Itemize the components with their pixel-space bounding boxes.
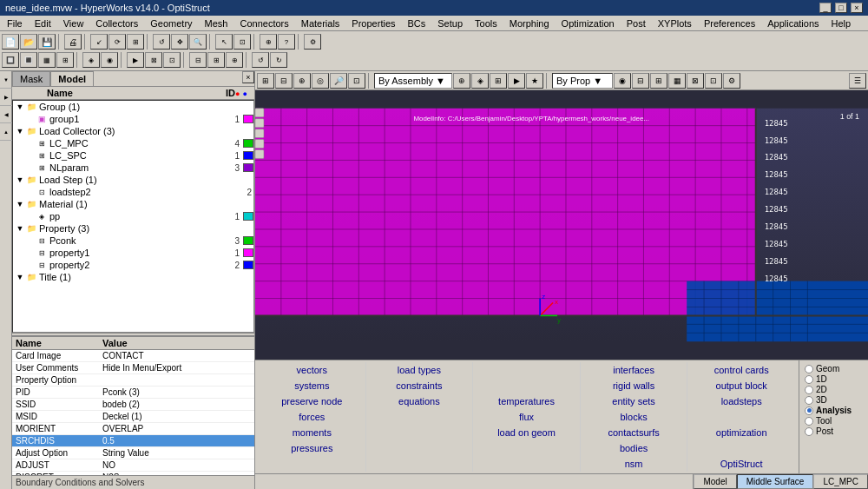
func-optimization[interactable]: optimization (687, 425, 795, 440)
tree-pp[interactable]: ◈ pp 1 (13, 210, 253, 222)
title-toggle[interactable]: ▼ (15, 273, 25, 281)
maximize-button[interactable]: □ (835, 3, 847, 13)
tree-group1[interactable]: ▣ group1 1 (13, 113, 253, 125)
tree-title-header[interactable]: ▼ 📁 Title (1) (13, 271, 253, 283)
menu-mesh[interactable]: Mesh (200, 17, 233, 30)
menu-tools[interactable]: Tools (470, 17, 503, 30)
tree-lc-mpc[interactable]: ⊞ LC_MPC 4 (13, 137, 253, 149)
tb2-btn-13[interactable]: ↺ (252, 52, 269, 68)
radio-post[interactable]: Post (805, 426, 863, 436)
menu-materials[interactable]: Materials (296, 17, 345, 30)
menu-bcs[interactable]: BCs (403, 17, 431, 30)
vt-btn-6[interactable]: ⊡ (348, 73, 365, 89)
func-optistruct[interactable]: OptiStruct (687, 456, 795, 472)
radio-3d[interactable]: 3D (805, 395, 863, 405)
menu-optimization[interactable]: Optimization (556, 17, 620, 30)
func-nsm[interactable]: nsm (581, 456, 687, 472)
menu-morphing[interactable]: Morphing (504, 17, 555, 30)
menu-applications[interactable]: Applications (762, 17, 824, 30)
menu-file[interactable]: File (2, 17, 28, 30)
byprop-dropdown[interactable]: By Prop ▼ (552, 73, 613, 89)
tree-lc-spc[interactable]: ⊞ LC_SPC 1 (13, 149, 253, 162)
prop-ssid[interactable]: SSID bodeb (2) (12, 399, 254, 411)
vt-btn-11[interactable]: ★ (526, 73, 543, 89)
mask-tab[interactable]: Mask (12, 71, 50, 86)
lt-btn-1[interactable]: ▼ (0, 71, 12, 89)
tree-loadstep2[interactable]: ⊡ loadstep2 2 (13, 186, 253, 198)
func-output-block[interactable]: output block (687, 378, 795, 393)
group-toggle[interactable]: ▼ (15, 102, 25, 111)
vt-btn-2[interactable]: ⊟ (275, 73, 293, 89)
vt-btn-17[interactable]: ⊡ (705, 73, 722, 89)
tree-pconk[interactable]: ⊟ Pconk 3 (13, 235, 253, 247)
tb2-btn-7[interactable]: ▶ (127, 52, 144, 68)
vt-btn-9[interactable]: ⊞ (490, 73, 507, 89)
menu-xyplots[interactable]: XYPlots (653, 17, 697, 30)
new-button[interactable]: 📄 (2, 34, 19, 50)
radio-2d[interactable]: 2D (805, 385, 863, 394)
radio-analysis[interactable]: Analysis (805, 406, 863, 415)
menu-geometry[interactable]: Geometry (145, 17, 197, 30)
prop-toggle[interactable]: ▼ (15, 224, 25, 233)
func-control-cards[interactable]: control cards (687, 362, 795, 378)
deselect-btn[interactable]: ⊡ (233, 34, 251, 50)
tb2-btn-6[interactable]: ◉ (101, 52, 118, 68)
print-button[interactable]: 🖨 (64, 34, 82, 50)
tb2-btn-4[interactable]: ⊞ (56, 52, 74, 68)
menu-preferences[interactable]: Preferences (699, 17, 760, 30)
tree-nlparam[interactable]: ⊞ NLparam 3 (13, 162, 253, 174)
tb2-btn-9[interactable]: ⊡ (163, 52, 181, 68)
func-load-types[interactable]: load types (366, 362, 473, 378)
tree-prop-header[interactable]: ▼ 📁 Property (3) (13, 222, 253, 235)
lt-btn-3[interactable]: ◀ (0, 106, 12, 123)
func-blocks[interactable]: blocks (581, 409, 687, 425)
tree-ls-header[interactable]: ▼ 📁 Load Step (1) (13, 174, 253, 186)
func-rigid-walls[interactable]: rigid walls (581, 378, 687, 393)
prop-property-option[interactable]: Property Option (12, 374, 254, 387)
func-pressures[interactable]: pressures (259, 440, 365, 456)
func-interfaces[interactable]: interfaces (581, 362, 687, 378)
status-lc-mpc-tab[interactable]: LC_MPC (813, 474, 868, 489)
menu-connectors[interactable]: Connectors (234, 17, 293, 30)
func-vectors[interactable]: vectors (259, 362, 365, 378)
vt-btn-1[interactable]: ⊞ (257, 73, 274, 89)
lt-btn-2[interactable]: ▶ (0, 89, 12, 106)
rotate-btn[interactable]: ↺ (153, 34, 170, 50)
lc-toggle[interactable]: ▼ (15, 127, 25, 135)
view-btn-2[interactable]: ⟳ (108, 34, 126, 50)
prop-adjust-option[interactable]: Adjust Option String Value (12, 447, 254, 459)
func-moments[interactable]: moments (259, 425, 365, 440)
tb2-btn-14[interactable]: ↻ (270, 52, 287, 68)
func-entity-sets[interactable]: entity sets (581, 393, 687, 409)
tree-property2[interactable]: ⊟ property2 2 (13, 259, 253, 271)
open-button[interactable]: 📂 (20, 34, 37, 50)
tb2-btn-12[interactable]: ⊕ (226, 52, 243, 68)
model-tab[interactable]: Model (50, 71, 94, 86)
status-model-tab[interactable]: Model (694, 474, 736, 489)
vt-btn-menu[interactable]: ☰ (849, 73, 866, 89)
mat-toggle[interactable]: ▼ (15, 200, 25, 208)
close-button[interactable]: × (851, 3, 863, 13)
settings-btn[interactable]: ⚙ (304, 34, 321, 50)
select-btn[interactable]: ↖ (215, 34, 233, 50)
func-equations[interactable]: equations (366, 393, 473, 409)
measure-btn[interactable]: ⊕ (260, 34, 277, 50)
prop-adjust[interactable]: ADJUST NO (12, 459, 254, 472)
viewport[interactable]: 12845 12845 12845 12845 12845 12845 1284… (255, 90, 868, 360)
func-constraints[interactable]: constraints (366, 378, 473, 393)
menu-setup[interactable]: Setup (432, 17, 468, 30)
tree-property1[interactable]: ⊟ property1 1 (13, 247, 253, 259)
vt-btn-13[interactable]: ⊟ (632, 73, 649, 89)
tb2-btn-8[interactable]: ⊠ (145, 52, 162, 68)
vt-btn-16[interactable]: ⊠ (687, 73, 704, 89)
view-btn-1[interactable]: ↙ (90, 34, 108, 50)
tb2-btn-3[interactable]: ▦ (38, 52, 56, 68)
vt-btn-7[interactable]: ⊕ (453, 73, 470, 89)
radio-geom[interactable]: Geom (805, 364, 863, 373)
vt-btn-3[interactable]: ⊕ (293, 73, 311, 89)
func-flux[interactable]: flux (473, 409, 580, 425)
menu-collectors[interactable]: Collectors (90, 17, 143, 30)
radio-tool[interactable]: Tool (805, 416, 863, 426)
vt-btn-18[interactable]: ⚙ (723, 73, 740, 89)
status-middle-surface-tab[interactable]: Middle Surface (737, 474, 814, 489)
